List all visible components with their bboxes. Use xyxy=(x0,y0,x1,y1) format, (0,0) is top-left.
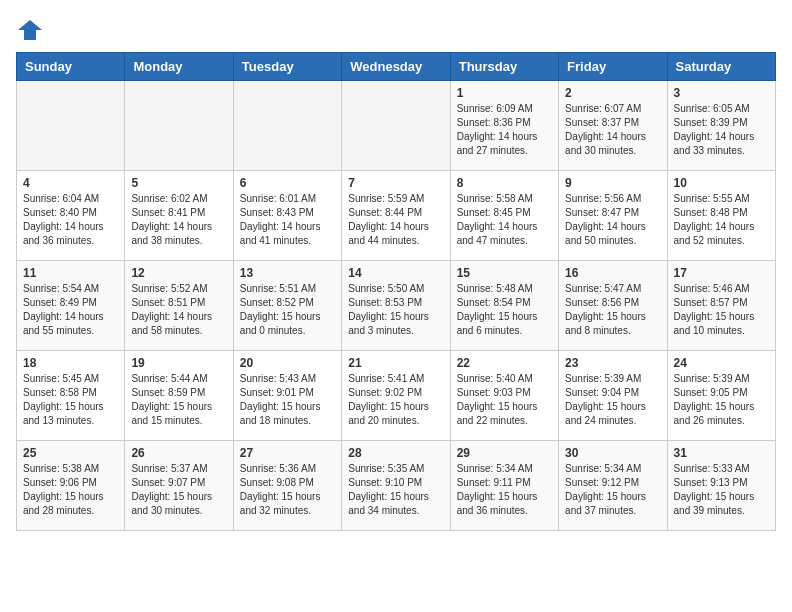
calendar-cell: 10Sunrise: 5:55 AM Sunset: 8:48 PM Dayli… xyxy=(667,171,775,261)
day-info: Sunrise: 6:04 AM Sunset: 8:40 PM Dayligh… xyxy=(23,192,118,248)
calendar-body: 1Sunrise: 6:09 AM Sunset: 8:36 PM Daylig… xyxy=(17,81,776,531)
day-number: 9 xyxy=(565,176,660,190)
calendar-cell: 12Sunrise: 5:52 AM Sunset: 8:51 PM Dayli… xyxy=(125,261,233,351)
day-info: Sunrise: 5:52 AM Sunset: 8:51 PM Dayligh… xyxy=(131,282,226,338)
day-number: 1 xyxy=(457,86,552,100)
calendar-cell: 18Sunrise: 5:45 AM Sunset: 8:58 PM Dayli… xyxy=(17,351,125,441)
calendar-week-row: 11Sunrise: 5:54 AM Sunset: 8:49 PM Dayli… xyxy=(17,261,776,351)
day-number: 27 xyxy=(240,446,335,460)
day-info: Sunrise: 5:34 AM Sunset: 9:11 PM Dayligh… xyxy=(457,462,552,518)
day-number: 29 xyxy=(457,446,552,460)
calendar-cell: 3Sunrise: 6:05 AM Sunset: 8:39 PM Daylig… xyxy=(667,81,775,171)
calendar-cell: 31Sunrise: 5:33 AM Sunset: 9:13 PM Dayli… xyxy=(667,441,775,531)
day-info: Sunrise: 5:50 AM Sunset: 8:53 PM Dayligh… xyxy=(348,282,443,338)
calendar-cell: 30Sunrise: 5:34 AM Sunset: 9:12 PM Dayli… xyxy=(559,441,667,531)
calendar-cell: 19Sunrise: 5:44 AM Sunset: 8:59 PM Dayli… xyxy=(125,351,233,441)
day-info: Sunrise: 5:48 AM Sunset: 8:54 PM Dayligh… xyxy=(457,282,552,338)
day-number: 30 xyxy=(565,446,660,460)
day-number: 22 xyxy=(457,356,552,370)
day-info: Sunrise: 5:47 AM Sunset: 8:56 PM Dayligh… xyxy=(565,282,660,338)
day-info: Sunrise: 6:05 AM Sunset: 8:39 PM Dayligh… xyxy=(674,102,769,158)
day-info: Sunrise: 5:44 AM Sunset: 8:59 PM Dayligh… xyxy=(131,372,226,428)
calendar-cell: 24Sunrise: 5:39 AM Sunset: 9:05 PM Dayli… xyxy=(667,351,775,441)
day-number: 2 xyxy=(565,86,660,100)
svg-marker-0 xyxy=(18,20,42,40)
header-sunday: Sunday xyxy=(17,53,125,81)
day-info: Sunrise: 5:56 AM Sunset: 8:47 PM Dayligh… xyxy=(565,192,660,248)
calendar-cell: 15Sunrise: 5:48 AM Sunset: 8:54 PM Dayli… xyxy=(450,261,558,351)
day-info: Sunrise: 5:35 AM Sunset: 9:10 PM Dayligh… xyxy=(348,462,443,518)
header-tuesday: Tuesday xyxy=(233,53,341,81)
day-number: 28 xyxy=(348,446,443,460)
day-info: Sunrise: 5:46 AM Sunset: 8:57 PM Dayligh… xyxy=(674,282,769,338)
calendar-cell: 13Sunrise: 5:51 AM Sunset: 8:52 PM Dayli… xyxy=(233,261,341,351)
calendar-cell: 5Sunrise: 6:02 AM Sunset: 8:41 PM Daylig… xyxy=(125,171,233,261)
day-info: Sunrise: 6:02 AM Sunset: 8:41 PM Dayligh… xyxy=(131,192,226,248)
calendar-cell: 27Sunrise: 5:36 AM Sunset: 9:08 PM Dayli… xyxy=(233,441,341,531)
calendar-cell: 21Sunrise: 5:41 AM Sunset: 9:02 PM Dayli… xyxy=(342,351,450,441)
header-monday: Monday xyxy=(125,53,233,81)
day-info: Sunrise: 5:51 AM Sunset: 8:52 PM Dayligh… xyxy=(240,282,335,338)
day-info: Sunrise: 6:01 AM Sunset: 8:43 PM Dayligh… xyxy=(240,192,335,248)
day-info: Sunrise: 6:09 AM Sunset: 8:36 PM Dayligh… xyxy=(457,102,552,158)
calendar-cell: 1Sunrise: 6:09 AM Sunset: 8:36 PM Daylig… xyxy=(450,81,558,171)
day-number: 18 xyxy=(23,356,118,370)
calendar-cell: 29Sunrise: 5:34 AM Sunset: 9:11 PM Dayli… xyxy=(450,441,558,531)
calendar-cell xyxy=(233,81,341,171)
calendar-week-row: 25Sunrise: 5:38 AM Sunset: 9:06 PM Dayli… xyxy=(17,441,776,531)
day-number: 12 xyxy=(131,266,226,280)
day-number: 31 xyxy=(674,446,769,460)
calendar-cell: 11Sunrise: 5:54 AM Sunset: 8:49 PM Dayli… xyxy=(17,261,125,351)
day-number: 8 xyxy=(457,176,552,190)
day-number: 14 xyxy=(348,266,443,280)
logo xyxy=(16,16,48,44)
logo-icon xyxy=(16,16,44,44)
day-number: 11 xyxy=(23,266,118,280)
calendar-cell: 4Sunrise: 6:04 AM Sunset: 8:40 PM Daylig… xyxy=(17,171,125,261)
calendar-cell: 17Sunrise: 5:46 AM Sunset: 8:57 PM Dayli… xyxy=(667,261,775,351)
header-thursday: Thursday xyxy=(450,53,558,81)
day-info: Sunrise: 5:59 AM Sunset: 8:44 PM Dayligh… xyxy=(348,192,443,248)
calendar-cell: 16Sunrise: 5:47 AM Sunset: 8:56 PM Dayli… xyxy=(559,261,667,351)
calendar-cell: 20Sunrise: 5:43 AM Sunset: 9:01 PM Dayli… xyxy=(233,351,341,441)
day-number: 5 xyxy=(131,176,226,190)
day-info: Sunrise: 5:54 AM Sunset: 8:49 PM Dayligh… xyxy=(23,282,118,338)
day-number: 26 xyxy=(131,446,226,460)
day-info: Sunrise: 5:55 AM Sunset: 8:48 PM Dayligh… xyxy=(674,192,769,248)
header-saturday: Saturday xyxy=(667,53,775,81)
calendar-cell xyxy=(17,81,125,171)
day-number: 7 xyxy=(348,176,443,190)
day-info: Sunrise: 5:39 AM Sunset: 9:04 PM Dayligh… xyxy=(565,372,660,428)
calendar-week-row: 1Sunrise: 6:09 AM Sunset: 8:36 PM Daylig… xyxy=(17,81,776,171)
page-header xyxy=(16,16,776,44)
day-info: Sunrise: 6:07 AM Sunset: 8:37 PM Dayligh… xyxy=(565,102,660,158)
day-number: 16 xyxy=(565,266,660,280)
day-number: 24 xyxy=(674,356,769,370)
calendar-cell: 22Sunrise: 5:40 AM Sunset: 9:03 PM Dayli… xyxy=(450,351,558,441)
day-info: Sunrise: 5:41 AM Sunset: 9:02 PM Dayligh… xyxy=(348,372,443,428)
day-number: 15 xyxy=(457,266,552,280)
day-info: Sunrise: 5:45 AM Sunset: 8:58 PM Dayligh… xyxy=(23,372,118,428)
day-info: Sunrise: 5:40 AM Sunset: 9:03 PM Dayligh… xyxy=(457,372,552,428)
calendar-cell: 23Sunrise: 5:39 AM Sunset: 9:04 PM Dayli… xyxy=(559,351,667,441)
day-number: 13 xyxy=(240,266,335,280)
calendar-cell: 6Sunrise: 6:01 AM Sunset: 8:43 PM Daylig… xyxy=(233,171,341,261)
day-info: Sunrise: 5:43 AM Sunset: 9:01 PM Dayligh… xyxy=(240,372,335,428)
day-info: Sunrise: 5:39 AM Sunset: 9:05 PM Dayligh… xyxy=(674,372,769,428)
calendar-table: Sunday Monday Tuesday Wednesday Thursday… xyxy=(16,52,776,531)
calendar-cell: 25Sunrise: 5:38 AM Sunset: 9:06 PM Dayli… xyxy=(17,441,125,531)
day-number: 21 xyxy=(348,356,443,370)
day-number: 25 xyxy=(23,446,118,460)
day-info: Sunrise: 5:36 AM Sunset: 9:08 PM Dayligh… xyxy=(240,462,335,518)
day-number: 23 xyxy=(565,356,660,370)
calendar-cell: 8Sunrise: 5:58 AM Sunset: 8:45 PM Daylig… xyxy=(450,171,558,261)
day-number: 20 xyxy=(240,356,335,370)
calendar-week-row: 4Sunrise: 6:04 AM Sunset: 8:40 PM Daylig… xyxy=(17,171,776,261)
day-info: Sunrise: 5:37 AM Sunset: 9:07 PM Dayligh… xyxy=(131,462,226,518)
day-number: 6 xyxy=(240,176,335,190)
calendar-header: Sunday Monday Tuesday Wednesday Thursday… xyxy=(17,53,776,81)
calendar-cell xyxy=(125,81,233,171)
calendar-cell: 7Sunrise: 5:59 AM Sunset: 8:44 PM Daylig… xyxy=(342,171,450,261)
calendar-cell: 14Sunrise: 5:50 AM Sunset: 8:53 PM Dayli… xyxy=(342,261,450,351)
day-number: 10 xyxy=(674,176,769,190)
